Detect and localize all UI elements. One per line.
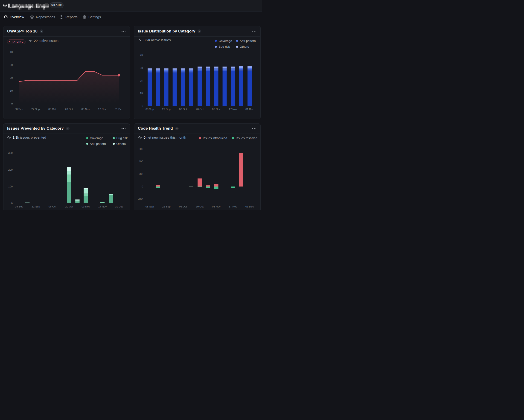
svg-text:22 Sep: 22 Sep: [162, 108, 171, 111]
svg-text:06 Oct: 06 Oct: [48, 108, 56, 111]
svg-text:600: 600: [139, 147, 143, 150]
svg-text:2K: 2K: [140, 79, 143, 82]
svg-text:22 Sep: 22 Sep: [31, 108, 40, 111]
svg-text:22 Sep: 22 Sep: [162, 205, 171, 208]
svg-text:06 Oct: 06 Oct: [48, 205, 56, 208]
svg-text:20: 20: [10, 77, 13, 79]
svg-text:0: 0: [142, 185, 143, 188]
svg-text:17 Nov: 17 Nov: [98, 205, 107, 208]
svg-text:03 Nov: 03 Nov: [212, 108, 221, 111]
svg-text:08 Sep: 08 Sep: [15, 108, 23, 111]
svg-text:01 Dec: 01 Dec: [245, 108, 254, 111]
svg-text:4K: 4K: [140, 54, 143, 57]
svg-text:20 Oct: 20 Oct: [65, 108, 73, 111]
svg-text:30: 30: [10, 63, 13, 66]
svg-text:20 Oct: 20 Oct: [196, 108, 204, 111]
svg-text:17 Nov: 17 Nov: [229, 108, 237, 111]
svg-text:17 Nov: 17 Nov: [98, 108, 106, 111]
svg-text:-200: -200: [138, 198, 143, 201]
svg-text:17 Nov: 17 Nov: [229, 205, 237, 208]
svg-text:08 Sep: 08 Sep: [146, 108, 154, 111]
svg-text:200: 200: [139, 173, 143, 175]
svg-text:20 Oct: 20 Oct: [196, 205, 204, 208]
svg-text:400: 400: [139, 160, 143, 163]
svg-text:20 Oct: 20 Oct: [65, 205, 73, 208]
svg-text:03 Nov: 03 Nov: [212, 205, 221, 208]
svg-text:0: 0: [11, 102, 13, 105]
svg-text:200: 200: [8, 168, 12, 171]
svg-text:300: 300: [8, 151, 12, 154]
svg-text:40: 40: [10, 51, 13, 53]
svg-text:03 Nov: 03 Nov: [81, 108, 90, 111]
svg-text:08 Sep: 08 Sep: [146, 205, 154, 208]
svg-text:06 Oct: 06 Oct: [179, 108, 187, 111]
svg-text:100: 100: [8, 185, 12, 188]
svg-text:1K: 1K: [140, 92, 143, 95]
svg-text:01 Dec: 01 Dec: [245, 205, 254, 208]
svg-text:01 Dec: 01 Dec: [115, 108, 123, 111]
svg-text:10: 10: [10, 89, 13, 92]
svg-text:0: 0: [142, 105, 143, 107]
svg-text:06 Oct: 06 Oct: [179, 205, 187, 208]
svg-text:01 Dec: 01 Dec: [115, 205, 123, 208]
svg-text:08 Sep: 08 Sep: [15, 205, 23, 208]
svg-text:22 Sep: 22 Sep: [32, 205, 40, 208]
svg-text:3K: 3K: [140, 67, 143, 69]
svg-text:03 Nov: 03 Nov: [81, 205, 90, 208]
svg-text:0: 0: [11, 202, 12, 204]
